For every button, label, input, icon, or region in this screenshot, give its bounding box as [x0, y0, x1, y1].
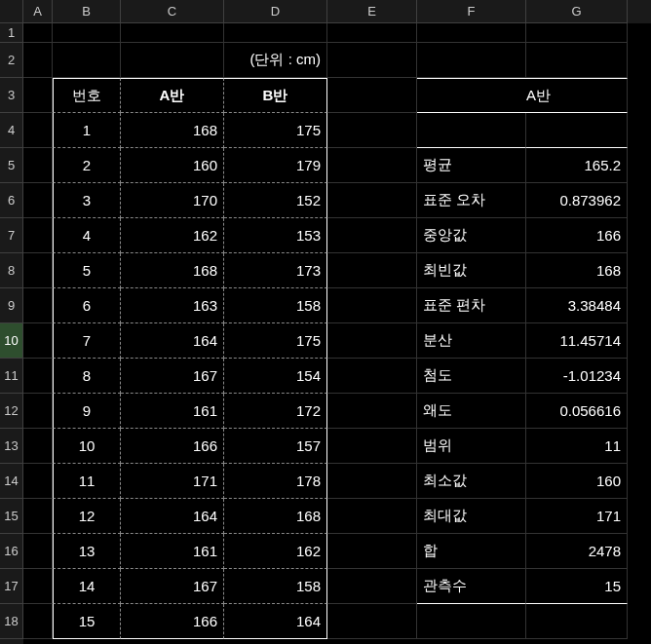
cell-E1[interactable] [327, 23, 417, 43]
row-header-4[interactable]: 4 [0, 113, 23, 148]
data-a-6[interactable]: 164 [121, 323, 224, 359]
cell-A8[interactable] [23, 253, 53, 288]
cell-A3[interactable] [23, 78, 53, 113]
data-b-13[interactable]: 158 [224, 569, 327, 604]
stats-label-0[interactable]: 평균 [417, 148, 526, 183]
data-num-0[interactable]: 1 [53, 113, 121, 148]
data-num-14[interactable]: 15 [53, 604, 121, 639]
data-a-2[interactable]: 170 [121, 183, 224, 218]
stats-value-1[interactable]: 0.873962 [526, 183, 628, 218]
cell-G2[interactable] [526, 43, 628, 78]
cell-E12[interactable] [327, 394, 417, 429]
cell-E16[interactable] [327, 534, 417, 569]
cell-E6[interactable] [327, 183, 417, 218]
stats-label-1[interactable]: 표준 오차 [417, 183, 526, 218]
col-header-C[interactable]: C [121, 0, 224, 23]
data-a-13[interactable]: 167 [121, 569, 224, 604]
cell-D1[interactable] [224, 23, 327, 43]
data-num-3[interactable]: 4 [53, 218, 121, 253]
data-b-5[interactable]: 158 [224, 288, 327, 323]
cell-F4[interactable] [417, 113, 526, 148]
cell-A12[interactable] [23, 394, 53, 429]
data-b-8[interactable]: 172 [224, 394, 327, 429]
stats-title[interactable]: A반 [526, 78, 628, 113]
data-num-6[interactable]: 7 [53, 323, 121, 359]
cell-B1[interactable] [53, 23, 121, 43]
stats-label-8[interactable]: 범위 [417, 429, 526, 464]
data-a-11[interactable]: 164 [121, 499, 224, 534]
stats-value-3[interactable]: 168 [526, 253, 628, 288]
stats-value-2[interactable]: 166 [526, 218, 628, 253]
row-header-10[interactable]: 10 [0, 323, 23, 359]
data-header-classB[interactable]: B반 [224, 78, 327, 113]
cell-A17[interactable] [23, 569, 53, 604]
data-b-14[interactable]: 164 [224, 604, 327, 639]
stats-value-5[interactable]: 11.45714 [526, 323, 628, 359]
stats-value-10[interactable]: 171 [526, 499, 628, 534]
col-header-D[interactable]: D [224, 0, 327, 23]
data-b-11[interactable]: 168 [224, 499, 327, 534]
cell-E14[interactable] [327, 464, 417, 499]
cell-A1[interactable] [23, 23, 53, 43]
data-b-7[interactable]: 154 [224, 359, 327, 394]
data-num-7[interactable]: 8 [53, 359, 121, 394]
stats-label-4[interactable]: 표준 편차 [417, 288, 526, 323]
data-num-8[interactable]: 9 [53, 394, 121, 429]
cell-A16[interactable] [23, 534, 53, 569]
data-num-5[interactable]: 6 [53, 288, 121, 323]
cell-E15[interactable] [327, 499, 417, 534]
cell-E10[interactable] [327, 323, 417, 359]
stats-value-12[interactable]: 15 [526, 569, 628, 604]
stats-label-7[interactable]: 왜도 [417, 394, 526, 429]
data-num-11[interactable]: 12 [53, 499, 121, 534]
cell-A11[interactable] [23, 359, 53, 394]
data-header-num[interactable]: 번호 [53, 78, 121, 113]
row-header-9[interactable]: 9 [0, 288, 23, 323]
cell-A15[interactable] [23, 499, 53, 534]
data-a-4[interactable]: 168 [121, 253, 224, 288]
stats-label-2[interactable]: 중앙값 [417, 218, 526, 253]
data-a-3[interactable]: 162 [121, 218, 224, 253]
cell-F18[interactable] [417, 604, 526, 639]
data-a-5[interactable]: 163 [121, 288, 224, 323]
cell-E8[interactable] [327, 253, 417, 288]
data-b-2[interactable]: 152 [224, 183, 327, 218]
cell-E11[interactable] [327, 359, 417, 394]
stats-label-3[interactable]: 최빈값 [417, 253, 526, 288]
stats-title-left[interactable] [417, 78, 526, 113]
row-header-12[interactable]: 12 [0, 394, 23, 429]
stats-value-9[interactable]: 160 [526, 464, 628, 499]
stats-value-7[interactable]: 0.056616 [526, 394, 628, 429]
data-b-1[interactable]: 179 [224, 148, 327, 183]
cell-A14[interactable] [23, 464, 53, 499]
cell-C1[interactable] [121, 23, 224, 43]
data-a-14[interactable]: 166 [121, 604, 224, 639]
data-header-classA[interactable]: A반 [121, 78, 224, 113]
stats-value-0[interactable]: 165.2 [526, 148, 628, 183]
cell-E2[interactable] [327, 43, 417, 78]
cell-E5[interactable] [327, 148, 417, 183]
cell-E13[interactable] [327, 429, 417, 464]
row-header-1[interactable]: 1 [0, 23, 23, 43]
row-header-14[interactable]: 14 [0, 464, 23, 499]
cell-G4[interactable] [526, 113, 628, 148]
stats-label-10[interactable]: 최대값 [417, 499, 526, 534]
data-a-7[interactable]: 167 [121, 359, 224, 394]
stats-value-4[interactable]: 3.38484 [526, 288, 628, 323]
row-header-16[interactable]: 16 [0, 534, 23, 569]
col-header-B[interactable]: B [53, 0, 121, 23]
row-header-5[interactable]: 5 [0, 148, 23, 183]
data-num-9[interactable]: 10 [53, 429, 121, 464]
stats-label-6[interactable]: 첨도 [417, 359, 526, 394]
data-num-12[interactable]: 13 [53, 534, 121, 569]
cell-G18[interactable] [526, 604, 628, 639]
cell-A4[interactable] [23, 113, 53, 148]
data-num-1[interactable]: 2 [53, 148, 121, 183]
cell-E9[interactable] [327, 288, 417, 323]
stats-label-11[interactable]: 합 [417, 534, 526, 569]
data-b-10[interactable]: 178 [224, 464, 327, 499]
cell-C2[interactable] [121, 43, 224, 78]
row-header-15[interactable]: 15 [0, 499, 23, 534]
cell-A2[interactable] [23, 43, 53, 78]
row-header-7[interactable]: 7 [0, 218, 23, 253]
